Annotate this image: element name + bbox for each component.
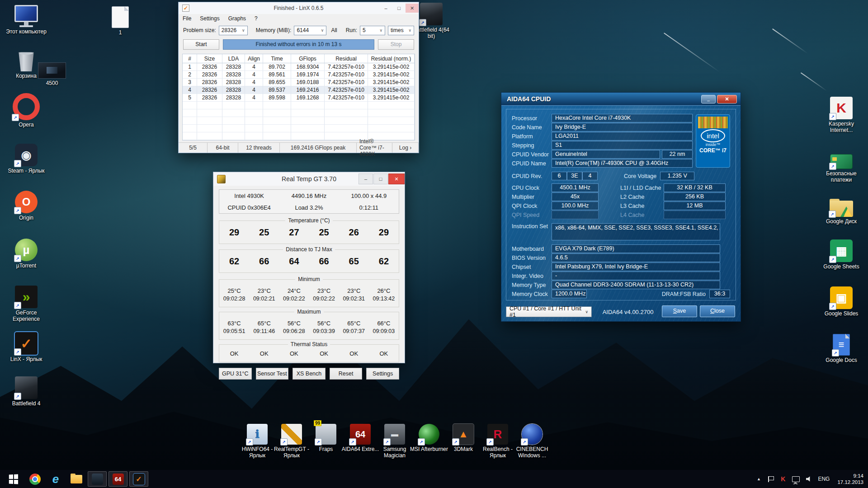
desktop-icon-cinebench[interactable]: ↗CINEBENCH Windows ... xyxy=(513,423,552,459)
desktop-icon-battlefield-4[interactable]: ↗Battlefield 4 xyxy=(5,375,48,407)
table-cell xyxy=(183,109,197,117)
realtemp-maximize-button[interactable]: □ xyxy=(373,174,388,184)
desktop-icon-label: LinX - Ярлык xyxy=(10,356,42,362)
network-tray-icon xyxy=(792,476,800,482)
realtemp-titlebar[interactable]: Real Temp GT 3.70 – □ ✕ xyxy=(213,172,405,186)
table-row[interactable]: 22832628328489.561169.19747.423257e-0103… xyxy=(183,71,415,79)
linx-maximize-button[interactable]: □ xyxy=(392,4,406,13)
run-units-select[interactable]: times∨ xyxy=(388,26,414,35)
cpu-selector-dropdown[interactable]: CPU #1 / Core #1 / HTT Unit #1∨ xyxy=(506,306,592,317)
desktop-icon-safe-money[interactable]: ↗Безопасные платежи xyxy=(820,145,863,183)
tray-volume-icon[interactable] xyxy=(806,476,812,482)
table-cell xyxy=(368,125,415,132)
field-value: - xyxy=(552,272,720,280)
table-cell xyxy=(183,125,197,132)
field-value: 100.0 MHz xyxy=(552,202,599,210)
aida64-close-icon-button[interactable]: ✕ xyxy=(717,95,737,103)
desktop-icon-3dmark[interactable]: ▲↗3DMark xyxy=(444,423,483,452)
desktop-icon-linx-shortcut[interactable]: ✓↗LinX - Ярлык xyxy=(5,331,48,362)
table-cell xyxy=(245,132,263,140)
taskbar-clock[interactable]: 9:1417.12.2013 xyxy=(835,473,863,485)
desktop-icon-realbench[interactable]: R↗RealBench - Ярлык xyxy=(478,423,517,459)
menu-item-help[interactable]: ? xyxy=(255,15,258,22)
table-row[interactable]: 12832628328489.702168.93047.423257e-0103… xyxy=(183,63,415,71)
xs-bench-button[interactable]: XS Bench xyxy=(292,368,326,380)
table-cell xyxy=(245,117,263,125)
realtemp-minimize-button[interactable]: – xyxy=(359,174,373,184)
desktop-icon-google-drive[interactable]: ↗Google Диск xyxy=(820,193,863,225)
maximum-time: 09:09:03 xyxy=(369,328,399,334)
desktop-icon-msi-afterburner[interactable]: ↗MSI Afterburner xyxy=(410,423,448,452)
desktop-icon-google-sheets[interactable]: ▦↗Google Sheets xyxy=(820,239,863,270)
tray-network-icon[interactable] xyxy=(792,476,800,482)
desktop-icon-video-4500[interactable]: 4500 xyxy=(30,55,74,86)
taskbar-running-app-button[interactable] xyxy=(88,471,107,487)
aida64-minimize-button[interactable]: – xyxy=(701,95,716,103)
column-header: Residual xyxy=(325,54,368,63)
tray-action-center-flag-icon[interactable] xyxy=(768,476,774,482)
table-cell xyxy=(263,125,291,132)
desktop-icon-utorrent[interactable]: µ↗µTorrent xyxy=(5,238,48,269)
realtemp-close-button[interactable]: ✕ xyxy=(388,174,405,184)
aida64-titlebar[interactable]: AIDA64 CPUID – ✕ xyxy=(501,93,741,106)
desktop-icon-label: MSI Afterburner xyxy=(410,446,448,452)
reset-button[interactable]: Reset xyxy=(330,368,363,380)
stop-button[interactable]: Stop xyxy=(378,39,414,50)
close-button[interactable]: Close xyxy=(700,305,735,317)
taskbar-aida64-button[interactable]: 64 xyxy=(108,471,127,487)
linx-close-button[interactable]: ✕ xyxy=(406,4,419,13)
gpu-temp-button[interactable]: GPU 31°C xyxy=(219,368,252,380)
table-cell: 2 xyxy=(183,71,197,79)
desktop-icon-steam[interactable]: ◉↗Steam - Ярлык xyxy=(5,143,48,174)
taskbar-start-button[interactable] xyxy=(3,471,24,487)
shortcut-arrow-icon: ↗ xyxy=(829,113,836,120)
desktop-icon-hwinfo64[interactable]: ℹ↗HWiNFO64 - Ярлык xyxy=(238,423,277,459)
field-value: Ivy Bridge-E xyxy=(552,123,693,131)
taskbar-internet-explorer-button[interactable]: e xyxy=(46,471,65,487)
menu-item-settings[interactable]: Settings xyxy=(200,15,219,22)
linx-minimize-button[interactable]: – xyxy=(379,4,392,13)
language-indicator[interactable]: ENG xyxy=(818,476,830,482)
start-button[interactable]: Start xyxy=(183,39,219,50)
desktop-icon-kaspersky[interactable]: K↗Kaspersky Internet... xyxy=(820,96,863,133)
desktop-icon-opera[interactable]: ↗Opera xyxy=(5,97,48,128)
tray-tray-expand-icon[interactable]: ▲ xyxy=(755,477,762,481)
table-cell xyxy=(222,117,245,125)
desktop-icon-label: HWiNFO64 - Ярлык xyxy=(238,446,277,459)
desktop-icon-geforce-experience[interactable]: »↗GeForce Experience xyxy=(5,285,48,322)
desktop-icon-origin[interactable]: O↗Origin xyxy=(5,190,48,221)
chrome-icon xyxy=(29,474,41,485)
taskbar-file-explorer-button[interactable] xyxy=(67,471,86,487)
table-row[interactable]: 52832628328489.598169.12687.423257e-0103… xyxy=(183,94,415,102)
status-segment: 169.2416 GFlops peak xyxy=(280,143,357,153)
settings-button[interactable]: Settings xyxy=(366,368,399,380)
table-row[interactable]: 32832628328489.655169.01887.423257e-0103… xyxy=(183,79,415,86)
menu-item-file[interactable]: File xyxy=(183,15,191,22)
minimum-time: 09:02:31 xyxy=(339,296,369,302)
sensor-test-button[interactable]: Sensor Test xyxy=(256,368,289,380)
desktop-icon-label: Этот компьютер xyxy=(6,28,47,35)
memory-select[interactable]: 6144∨ xyxy=(294,26,326,35)
taskbar-chrome-button[interactable] xyxy=(25,471,44,487)
desktop-icon-google-slides[interactable]: ▣↗Google Slides xyxy=(820,286,863,317)
problem-size-select[interactable]: 28326∨ xyxy=(219,26,248,35)
table-cell xyxy=(368,117,415,125)
table-cell: 169.1974 xyxy=(291,71,325,79)
linx-titlebar[interactable]: Finished - LinX 0.6.5 ✓ – □ ✕ xyxy=(179,2,419,14)
table-row[interactable]: 42832628328489.537169.24167.423257e-0103… xyxy=(183,86,415,94)
table-cell xyxy=(263,117,291,125)
desktop-icon-file-1[interactable]: 1 xyxy=(99,5,142,36)
run-count-select[interactable]: 5∨ xyxy=(360,26,385,35)
desktop-icon-realtempgt[interactable]: ↗RealTempGT - Ярлык xyxy=(272,423,311,459)
tray-kaspersky-icon[interactable]: K xyxy=(780,475,786,483)
desktop-icon-aida64-extreme[interactable]: 64↗AIDA64 Extre... xyxy=(341,423,380,452)
desktop-icon-fraps[interactable]: 99↗Fraps xyxy=(307,423,345,452)
desktop-icon-samsung-magician[interactable]: ▬↗Samsung Magician xyxy=(375,423,414,459)
save-button[interactable]: Save xyxy=(662,305,697,317)
desktop-icon-this-pc[interactable]: Этот компьютер xyxy=(5,4,48,35)
menu-item-graphs[interactable]: Graphs xyxy=(228,15,246,22)
taskbar-linx-button[interactable]: ✓ xyxy=(129,471,148,487)
desktop-icon-google-docs[interactable]: ≡↗Google Docs xyxy=(820,332,863,363)
all-label[interactable]: All xyxy=(331,27,337,33)
log-link[interactable]: Log › xyxy=(392,143,419,153)
